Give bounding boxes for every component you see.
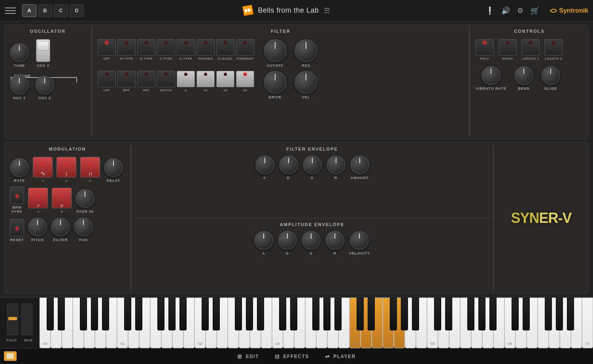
ctrl-mono-btn[interactable]: MONO bbox=[499, 39, 517, 60]
cart-icon[interactable]: 🛒 bbox=[531, 6, 539, 15]
ae-r-knob[interactable] bbox=[325, 231, 344, 250]
player-button[interactable]: ⇌ PLAYER bbox=[325, 353, 356, 360]
ctrl-legato1-btn[interactable]: LEGATO 1 bbox=[521, 39, 540, 60]
glide-knob[interactable] bbox=[541, 66, 560, 85]
volume-icon[interactable]: 🔊 bbox=[501, 6, 510, 15]
preset-c-button[interactable]: C bbox=[54, 4, 68, 17]
black-key-0-5[interactable] bbox=[102, 298, 109, 330]
res-knob[interactable] bbox=[295, 39, 317, 62]
filter-btn-ctype[interactable]: C-TYPE bbox=[157, 39, 175, 68]
filter-btn-bpf[interactable]: BPF bbox=[117, 71, 136, 99]
tune-knob[interactable] bbox=[10, 43, 29, 62]
menu-icon[interactable] bbox=[5, 5, 16, 16]
gear-icon[interactable]: ⚙ bbox=[517, 6, 523, 15]
osc1-knob[interactable] bbox=[10, 75, 29, 94]
filter-btn-phaser[interactable]: PHASER bbox=[196, 39, 215, 68]
black-key-3-5[interactable] bbox=[334, 298, 342, 330]
mod-wave5-btn[interactable]: ≋ bbox=[52, 188, 72, 208]
filter-btn-off[interactable]: OFF bbox=[98, 39, 116, 68]
fe-a-knob[interactable] bbox=[255, 155, 274, 174]
black-key-6-3[interactable] bbox=[545, 298, 552, 330]
black-key-2-4[interactable] bbox=[246, 298, 253, 330]
ctrl-legato2-btn[interactable]: LEGATO 2 bbox=[544, 39, 563, 60]
mod-wave3-btn[interactable]: ⊓ bbox=[80, 157, 100, 177]
alert-icon[interactable]: ❕ bbox=[485, 6, 494, 15]
black-key-1-3[interactable] bbox=[157, 298, 164, 330]
rate-knob[interactable] bbox=[10, 158, 29, 177]
black-key-6-1[interactable] bbox=[523, 298, 530, 330]
black-key-2-3[interactable] bbox=[235, 298, 242, 330]
reset-btn[interactable] bbox=[10, 219, 24, 236]
filter-btn-lpf[interactable]: LPF bbox=[98, 71, 116, 99]
cutoff-knob[interactable] bbox=[264, 39, 287, 62]
delay-knob[interactable] bbox=[104, 158, 123, 177]
filter-btn-notch[interactable]: NOTCH bbox=[157, 71, 175, 99]
black-key-3-4[interactable] bbox=[323, 298, 330, 330]
black-key-4-0[interactable] bbox=[357, 298, 364, 330]
black-key-5-3[interactable] bbox=[467, 298, 474, 330]
black-key-2-0[interactable] bbox=[202, 298, 209, 330]
black-key-4-1[interactable] bbox=[368, 298, 375, 330]
fade-in-knob[interactable] bbox=[76, 189, 94, 208]
black-key-1-4[interactable] bbox=[168, 298, 176, 330]
preset-menu-icon[interactable]: ☰ bbox=[324, 6, 330, 15]
filter-btn-24[interactable]: 24 bbox=[236, 71, 254, 99]
black-key-4-4[interactable] bbox=[401, 298, 408, 330]
black-key-5-0[interactable] bbox=[434, 298, 441, 330]
black-key-0-4[interactable] bbox=[91, 298, 98, 330]
filter-btn-mtype[interactable]: M-TYPE bbox=[117, 39, 136, 68]
mod-strip[interactable] bbox=[21, 304, 32, 335]
filter-btn-formant[interactable]: FORMANT bbox=[236, 39, 254, 68]
filter-btn-12[interactable]: 12 bbox=[196, 71, 215, 99]
filter-btn-classic[interactable]: CLASSIC bbox=[216, 39, 234, 68]
mod-wave2-btn[interactable]: ⌇ bbox=[57, 157, 76, 177]
black-key-1-1[interactable] bbox=[135, 298, 142, 330]
white-key-49[interactable]: C7 bbox=[582, 298, 593, 348]
preset-a-button[interactable]: A bbox=[22, 4, 36, 17]
pan-knob[interactable] bbox=[74, 217, 93, 236]
pitch-strip[interactable] bbox=[7, 304, 18, 335]
filter-mod-knob[interactable] bbox=[51, 217, 70, 236]
black-key-4-3[interactable] bbox=[390, 298, 397, 330]
ae-velocity-knob[interactable] bbox=[350, 231, 369, 250]
ae-s-knob[interactable] bbox=[302, 231, 321, 250]
bpm-sync-btn[interactable] bbox=[10, 187, 24, 204]
fe-d-knob[interactable] bbox=[279, 155, 298, 174]
black-key-0-1[interactable] bbox=[58, 298, 65, 330]
osc2-knob[interactable] bbox=[35, 75, 54, 94]
black-key-5-5[interactable] bbox=[489, 298, 497, 330]
black-key-3-3[interactable] bbox=[312, 298, 319, 330]
black-key-6-4[interactable] bbox=[556, 298, 563, 330]
black-key-1-0[interactable] bbox=[124, 298, 131, 330]
filter-btn-otype[interactable]: O-TYPE bbox=[177, 39, 195, 68]
ctrl-poly-btn[interactable]: POLY bbox=[476, 39, 494, 60]
filter-btn-hpf[interactable]: HPF bbox=[137, 71, 155, 99]
black-key-2-1[interactable] bbox=[213, 298, 220, 330]
vibrato-rate-knob[interactable] bbox=[482, 66, 500, 85]
osc2-switch[interactable] bbox=[36, 39, 50, 62]
fe-r-knob[interactable] bbox=[327, 155, 346, 174]
drive-knob[interactable] bbox=[264, 71, 287, 94]
black-key-3-0[interactable] bbox=[279, 298, 286, 330]
preset-d-button[interactable]: D bbox=[70, 4, 84, 17]
filter-btn-rtype[interactable]: R-TYPE bbox=[137, 39, 155, 68]
black-key-6-0[interactable] bbox=[512, 298, 519, 330]
fe-s-knob[interactable] bbox=[303, 155, 322, 174]
black-key-3-1[interactable] bbox=[290, 298, 297, 330]
black-key-2-5[interactable] bbox=[257, 298, 264, 330]
black-key-5-4[interactable] bbox=[478, 298, 485, 330]
black-key-0-0[interactable] bbox=[47, 298, 54, 330]
black-key-0-3[interactable] bbox=[80, 298, 87, 330]
bend-knob[interactable] bbox=[514, 66, 533, 85]
piano-icon-btn[interactable] bbox=[4, 351, 17, 361]
edit-button[interactable]: ⊞ EDIT bbox=[237, 353, 259, 360]
black-key-1-5[interactable] bbox=[179, 298, 187, 330]
ae-a-knob[interactable] bbox=[254, 231, 273, 250]
effects-button[interactable]: ⊟ EFFECTS bbox=[275, 353, 309, 360]
filter-btn-6[interactable]: 6 bbox=[177, 71, 195, 99]
filter-btn-18[interactable]: 18 bbox=[216, 71, 234, 99]
fe-amount-knob[interactable] bbox=[350, 155, 369, 174]
mod-wave1-btn[interactable]: ∿ bbox=[33, 157, 53, 177]
mod-wave4-btn[interactable]: ↗ bbox=[28, 188, 48, 208]
black-key-4-5[interactable] bbox=[412, 298, 419, 330]
